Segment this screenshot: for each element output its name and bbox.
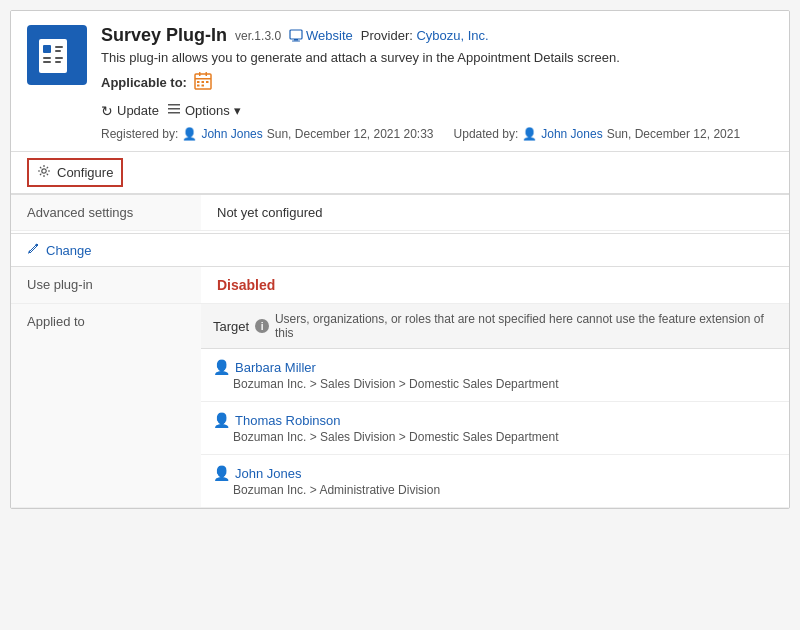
svg-rect-6	[55, 57, 63, 59]
svg-rect-2	[55, 46, 63, 48]
svg-rect-20	[168, 104, 180, 106]
plugin-icon	[27, 25, 87, 85]
svg-rect-22	[168, 112, 180, 114]
plugin-title-row: Survey Plug-In ver.1.3.0 Website Provide…	[101, 25, 773, 46]
svg-rect-4	[43, 57, 51, 59]
info-icon[interactable]: i	[255, 319, 269, 333]
calendar-icon	[193, 71, 213, 94]
user-entry-0: 👤 Barbara Miller Bozuman Inc. > Sales Di…	[201, 349, 789, 402]
applicable-label: Applicable to:	[101, 75, 187, 90]
svg-rect-0	[39, 39, 67, 73]
configure-button[interactable]: Configure	[27, 158, 123, 187]
refresh-icon: ↻	[101, 103, 113, 119]
user-org-0: Bozuman Inc. > Sales Division > Domestic…	[213, 377, 777, 391]
registered-row: Registered by: 👤 John Jones Sun, Decembe…	[101, 127, 773, 141]
change-section: Change	[11, 233, 789, 267]
svg-rect-8	[290, 30, 302, 39]
svg-rect-15	[197, 81, 200, 83]
page-container: Survey Plug-In ver.1.3.0 Website Provide…	[10, 10, 790, 509]
plugin-info: Survey Plug-In ver.1.3.0 Website Provide…	[101, 25, 773, 141]
advanced-settings-row: Advanced settings Not yet configured	[11, 195, 789, 231]
dropdown-arrow-icon: ▾	[234, 103, 241, 118]
use-plugin-row: Use plug-in Disabled	[11, 267, 789, 304]
user-org-1: Bozuman Inc. > Sales Division > Domestic…	[213, 430, 777, 444]
provider-label: Provider:	[361, 28, 413, 43]
user-org-2: Bozuman Inc. > Administrative Division	[213, 483, 777, 497]
user-entry-2: 👤 John Jones Bozuman Inc. > Administrati…	[201, 455, 789, 507]
registered-label: Registered by:	[101, 127, 178, 141]
user-link-1[interactable]: Thomas Robinson	[235, 413, 341, 428]
website-link[interactable]: Website	[289, 28, 353, 43]
target-header: Target i Users, organizations, or roles …	[201, 304, 789, 349]
configure-label: Configure	[57, 165, 113, 180]
svg-rect-7	[55, 61, 61, 63]
user-name-row-1: 👤 Thomas Robinson	[213, 412, 777, 428]
plugin-name: Survey Plug-In	[101, 25, 227, 46]
configure-section: Configure	[11, 152, 789, 194]
user-name-row-0: 👤 Barbara Miller	[213, 359, 777, 375]
registered-date: Sun, December 12, 2021 20:33	[267, 127, 434, 141]
user-icon-2: 👤	[213, 465, 230, 481]
user-name-row-2: 👤 John Jones	[213, 465, 777, 481]
svg-rect-12	[195, 78, 211, 80]
target-label: Target	[213, 319, 249, 334]
user-link-0[interactable]: Barbara Miller	[235, 360, 316, 375]
gear-icon	[37, 164, 51, 181]
applied-to-row: Applied to Target i Users, organizations…	[11, 304, 789, 508]
plugin-version: ver.1.3.0	[235, 29, 281, 43]
svg-rect-5	[43, 61, 51, 63]
svg-rect-14	[205, 72, 207, 76]
change-label: Change	[46, 243, 92, 258]
user-icon-0: 👤	[213, 359, 230, 375]
update-button[interactable]: ↻ Update	[101, 103, 159, 119]
use-plugin-label: Use plug-in	[11, 267, 201, 304]
usage-table: Use plug-in Disabled Applied to Target i…	[11, 267, 789, 508]
svg-rect-17	[206, 81, 209, 83]
registered-user-link[interactable]: John Jones	[201, 127, 262, 141]
updated-user-link[interactable]: John Jones	[541, 127, 602, 141]
applicable-row: Applicable to:	[101, 71, 773, 94]
website-label: Website	[306, 28, 353, 43]
provider-info: Provider: Cybozu, Inc.	[361, 28, 489, 43]
pencil-icon	[27, 242, 40, 258]
monitor-icon	[289, 29, 303, 43]
updated-date: Sun, December 12, 2021	[607, 127, 740, 141]
updated-user-icon: 👤	[522, 127, 537, 141]
svg-rect-13	[199, 72, 201, 76]
settings-table: Advanced settings Not yet configured	[11, 194, 789, 231]
options-button[interactable]: Options ▾	[167, 102, 241, 119]
svg-rect-19	[201, 85, 204, 87]
svg-rect-10	[292, 40, 300, 41]
action-buttons: ↻ Update Options ▾	[101, 102, 773, 119]
svg-rect-9	[294, 39, 298, 41]
svg-rect-16	[201, 81, 204, 83]
svg-rect-18	[197, 85, 200, 87]
change-button[interactable]: Change	[27, 242, 92, 258]
svg-rect-3	[55, 50, 61, 52]
user-entry-1: 👤 Thomas Robinson Bozuman Inc. > Sales D…	[201, 402, 789, 455]
applied-to-content: Target i Users, organizations, or roles …	[201, 304, 789, 507]
user-icon-1: 👤	[213, 412, 230, 428]
user-link-2[interactable]: John Jones	[235, 466, 302, 481]
menu-icon	[167, 102, 181, 119]
target-note: Users, organizations, or roles that are …	[275, 312, 777, 340]
updated-label: Updated by:	[454, 127, 519, 141]
applied-to-label: Applied to	[11, 304, 201, 508]
svg-rect-21	[168, 108, 180, 110]
plugin-status: Disabled	[217, 277, 275, 293]
plugin-description: This plug-in allows you to generate and …	[101, 50, 773, 65]
svg-point-23	[42, 169, 46, 173]
registered-user-icon: 👤	[182, 127, 197, 141]
provider-link[interactable]: Cybozu, Inc.	[416, 28, 488, 43]
advanced-settings-label: Advanced settings	[11, 195, 201, 231]
plugin-header: Survey Plug-In ver.1.3.0 Website Provide…	[11, 11, 789, 152]
advanced-settings-value: Not yet configured	[201, 195, 789, 231]
